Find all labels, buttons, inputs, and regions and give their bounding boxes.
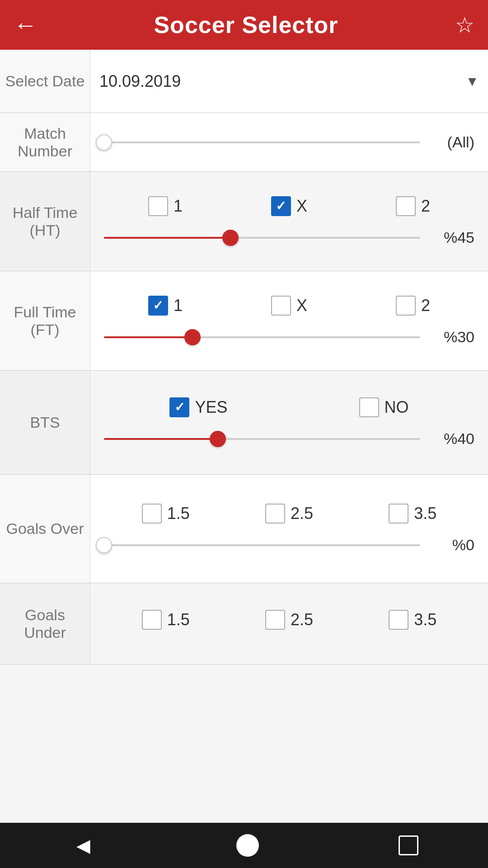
favorite-icon[interactable]: ☆ <box>455 12 474 38</box>
match-number-label: Match Number <box>0 113 90 171</box>
gu-option-25[interactable]: 2.5 <box>265 610 313 630</box>
goals-under-row: Goals Under 1.5 2.5 3.5 <box>0 583 488 665</box>
header: ← Soccer Selector ☆ <box>0 0 488 50</box>
goals-over-slider-row: %0 <box>104 536 474 554</box>
half-time-checkboxes: 1 X 2 <box>104 196 474 216</box>
dropdown-arrow-icon: ▼ <box>465 74 479 89</box>
select-date-label: Select Date <box>0 50 90 113</box>
gu-label-35: 3.5 <box>414 610 436 629</box>
full-time-checkboxes: 1 X 2 <box>104 296 474 316</box>
ft-checkbox-1[interactable] <box>148 296 168 316</box>
go-option-25[interactable]: 2.5 <box>265 504 313 524</box>
match-number-value: (All) <box>429 133 474 151</box>
bts-option-no[interactable]: NO <box>359 397 409 417</box>
full-time-value: %30 <box>429 328 474 346</box>
ht-option-1[interactable]: 1 <box>148 196 183 216</box>
date-dropdown[interactable]: 10.09.2019 ▼ <box>90 64 488 99</box>
bts-option-yes[interactable]: YES <box>169 397 227 417</box>
ht-label-2: 2 <box>421 197 430 216</box>
gu-label-25: 2.5 <box>291 610 313 629</box>
bts-label: BTS <box>0 371 90 474</box>
go-option-15[interactable]: 1.5 <box>142 504 190 524</box>
goals-over-checkboxes: 1.5 2.5 3.5 <box>104 504 474 524</box>
gu-checkbox-15[interactable] <box>142 610 162 630</box>
ht-label-1: 1 <box>174 197 183 216</box>
select-date-content: 10.09.2019 ▼ <box>90 50 488 113</box>
full-time-row: Full Time (FT) 1 X 2 %30 <box>0 271 488 371</box>
ht-checkbox-2[interactable] <box>396 196 416 216</box>
ht-option-x[interactable]: X <box>271 196 307 216</box>
go-checkbox-35[interactable] <box>389 504 408 524</box>
gu-option-15[interactable]: 1.5 <box>142 610 190 630</box>
ht-checkbox-x[interactable] <box>271 196 291 216</box>
bts-value: %40 <box>429 430 474 448</box>
ht-label-x: X <box>296 197 307 216</box>
bottom-nav: ◀ <box>0 823 488 868</box>
ft-label-x: X <box>296 296 307 315</box>
half-time-label: Half Time (HT) <box>0 172 90 271</box>
half-time-row: Half Time (HT) 1 X 2 %45 <box>0 172 488 271</box>
bts-checkboxes: YES NO <box>104 397 474 417</box>
bts-slider-row: %40 <box>104 430 474 448</box>
nav-recents-button[interactable] <box>399 835 418 855</box>
goals-under-content: 1.5 2.5 3.5 <box>90 583 488 664</box>
ft-option-2[interactable]: 2 <box>396 296 430 316</box>
go-checkbox-15[interactable] <box>142 504 162 524</box>
ft-option-1[interactable]: 1 <box>148 296 183 316</box>
bts-checkbox-no[interactable] <box>359 397 379 417</box>
go-option-35[interactable]: 3.5 <box>389 504 436 524</box>
bts-label-yes: YES <box>195 398 227 417</box>
half-time-slider-row: %45 <box>104 229 474 247</box>
full-time-content: 1 X 2 %30 <box>90 271 488 370</box>
date-value: 10.09.2019 <box>99 72 181 91</box>
half-time-content: 1 X 2 %45 <box>90 172 488 271</box>
full-time-slider[interactable] <box>104 328 420 346</box>
nav-back-button[interactable]: ◀ <box>70 832 97 859</box>
match-number-content: (All) <box>90 113 488 171</box>
full-time-label: Full Time (FT) <box>0 271 90 370</box>
bts-row: BTS YES NO %40 <box>0 371 488 475</box>
gu-checkbox-25[interactable] <box>265 610 285 630</box>
goals-under-label: Goals Under <box>0 583 90 664</box>
ft-label-1: 1 <box>174 296 183 315</box>
ht-checkbox-1[interactable] <box>148 196 168 216</box>
ft-checkbox-x[interactable] <box>271 296 291 316</box>
goals-under-checkboxes: 1.5 2.5 3.5 <box>104 610 474 630</box>
select-date-row: Select Date 10.09.2019 ▼ <box>0 50 488 113</box>
bts-slider[interactable] <box>104 430 420 448</box>
goals-over-content: 1.5 2.5 3.5 %0 <box>90 475 488 583</box>
ht-option-2[interactable]: 2 <box>396 196 430 216</box>
ft-label-2: 2 <box>421 296 430 315</box>
app-title: Soccer Selector <box>154 11 338 38</box>
gu-checkbox-35[interactable] <box>389 610 408 630</box>
gu-option-35[interactable]: 3.5 <box>389 610 436 630</box>
go-label-35: 3.5 <box>414 504 436 523</box>
back-button[interactable]: ← <box>14 11 37 38</box>
goals-over-slider[interactable] <box>104 536 420 554</box>
goals-over-row: Goals Over 1.5 2.5 3.5 %0 <box>0 475 488 583</box>
bts-checkbox-yes[interactable] <box>169 397 189 417</box>
go-checkbox-25[interactable] <box>265 504 285 524</box>
go-label-25: 2.5 <box>291 504 313 523</box>
ft-checkbox-2[interactable] <box>396 296 416 316</box>
bts-content: YES NO %40 <box>90 371 488 474</box>
match-number-row: Match Number (All) <box>0 113 488 172</box>
goals-over-value: %0 <box>429 536 474 554</box>
ft-option-x[interactable]: X <box>271 296 307 316</box>
match-number-slider[interactable] <box>104 133 420 151</box>
go-label-15: 1.5 <box>167 504 190 523</box>
half-time-slider[interactable] <box>104 229 420 247</box>
half-time-value: %45 <box>429 229 474 246</box>
bts-label-no: NO <box>385 398 409 417</box>
nav-home-button[interactable] <box>236 834 259 857</box>
goals-over-label: Goals Over <box>0 475 90 583</box>
full-time-slider-row: %30 <box>104 328 474 346</box>
gu-label-15: 1.5 <box>167 610 190 629</box>
